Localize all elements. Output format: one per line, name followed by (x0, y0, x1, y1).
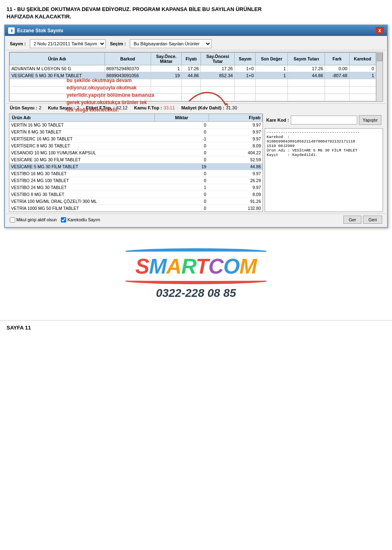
geri-button[interactable]: Geri (363, 216, 382, 224)
checkbox-karekod[interactable]: Karekodlu Sayım (61, 217, 100, 223)
col-say-once: Say.Önce.Miktar (151, 53, 182, 65)
window-titlebar: ⚕ Eczane Stok Sayımı X (5, 25, 387, 36)
list-item: VESTİBO 24 MG 100 TABLET026.29 (9, 177, 263, 184)
list-item: VESTİBO 16 MG 30 TABLET09.97 (9, 170, 263, 177)
col-say-oncesi: Say.ÖncesiTutar (201, 53, 235, 65)
checkbox-mikul-input[interactable] (10, 217, 15, 223)
annotation-box: bu şekilde okutmaya devam ediyoruz.okuyu… (67, 77, 154, 114)
logo-phone: 0322-228 08 85 (122, 287, 270, 300)
window-close-button[interactable]: X (376, 27, 384, 34)
kare-kod-input[interactable] (291, 116, 357, 125)
col-fark: Fark (325, 53, 349, 65)
bottom-section: Ürün Adı Miktar Fiyatı VERTİN 16 MG 30 T… (9, 114, 383, 212)
svg-marker-0 (224, 102, 229, 107)
kare-kod-row: Kare Kod : Yapıştır (265, 114, 383, 127)
list-item: VESTİBO 24 MG 30 TABLET19.97 (9, 184, 263, 191)
urun-sayisi-label: Ürün Sayısı : (10, 105, 37, 110)
sayim-select[interactable]: 2 Nolu 21/12/2011 Tarihli Sayım (30, 39, 106, 48)
list-item: VESANOID 10 MG 100 YUMUSAK KAPSUL0404.22 (9, 149, 263, 156)
kare-kod-label: Kare Kod : (266, 118, 289, 122)
col-son-deger: Son Değer (256, 53, 288, 65)
list-item: VERTİN 8 MG 30 TABLET09.97 (9, 129, 263, 136)
logo-graphic: SMARTCOM 0322-228 08 85 (122, 248, 270, 300)
list-item: VETRİA 100 MG/ML ORAL ÇÖZELTI 300 ML091.… (9, 198, 263, 205)
left-list-container: Ürün Adı Miktar Fiyatı VERTİN 16 MG 30 T… (9, 114, 263, 212)
col-fiyati: Fiyatı (182, 53, 201, 65)
secim-select[interactable]: Bu Bilgisayardan Sayılan Ürünler (130, 39, 212, 48)
window-toolbar: Sayım : 2 Nolu 21/12/2011 Tarihli Sayım … (7, 38, 385, 50)
kamu-value: 33.11 (164, 105, 175, 110)
bottom-buttons: Ger Geri (343, 216, 382, 224)
bottom-bar: Mikul girişi aktif olsun Karekodlu Sayım… (7, 214, 385, 225)
page-header: 11 - BU ŞEKİLDE OKUTMAYA DEVAM EDİYORUZ.… (0, 0, 392, 24)
urun-sayisi-value: 2 (39, 105, 41, 110)
page-footer: SAYFA 11 (0, 320, 392, 335)
list-item: VERTİN 16 MG 30 TABLET09.97 (9, 122, 263, 129)
main-table-container: Ürün Adı Barkod Say.Önce.Miktar Fiyatı S… (9, 52, 383, 102)
main-window: ⚕ Eczane Stok Sayımı X Sayım : 2 Nolu 21… (4, 24, 388, 228)
header-line2: HAFIZADA KALACAKTIR. (7, 13, 385, 20)
checkbox-mikul-label: Mikul girişi aktif olsun (16, 217, 57, 222)
right-panel: Kare Kod : Yapıştır --------------------… (265, 114, 383, 212)
window-title: Eczane Stok Sayımı (17, 28, 63, 33)
checkbox-karekod-input[interactable] (61, 217, 66, 223)
footer-text: SAYFA 11 (7, 325, 31, 331)
logo-section: SMARTCOM 0322-228 08 85 (0, 240, 392, 312)
sayim-label: Sayım : (10, 41, 26, 46)
table-row: ADVANTAN M LOSYON 50 G8697529480370117.2… (10, 65, 383, 72)
info-box: ----------------------------------------… (265, 128, 383, 212)
list-item: VESİCARE 10 MG 30 FİLM TABLET052.59 (9, 156, 263, 163)
col-sayim-tutari: Sayım Tutarı (288, 53, 325, 65)
list-col-adi: Ürün Adı (9, 114, 155, 121)
list-item: VERTİSERC 16 MG 30 TABLET-19.97 (9, 136, 263, 143)
main-table-scrollbar[interactable] (376, 52, 383, 101)
secim-label: Seçim : (110, 41, 126, 46)
list-item: VESTİBO 8 MG 30 TABLET08.09 (9, 191, 263, 198)
header-line1: 11 - BU ŞEKİLDE OKUTMAYA DEVAM EDİYORUZ.… (7, 6, 385, 13)
checkbox-mikul[interactable]: Mikul girişi aktif olsun (10, 217, 57, 223)
col-karekod: Karekod (349, 53, 376, 65)
col-barkod: Barkod (105, 53, 151, 65)
table-row: VESİCARE 5 MG 30 FILM TABLET869904309105… (10, 72, 383, 79)
annotation-text: bu şekilde okutmaya devam ediyoruz.okuyu… (67, 77, 154, 114)
col-sayim: Sayım (235, 53, 256, 65)
left-list-scroll-area[interactable]: VERTİN 16 MG 30 TABLET09.97VERTİN 8 MG 3… (9, 122, 263, 212)
window-app-icon: ⚕ (8, 27, 15, 34)
ger-button[interactable]: Ger (343, 216, 361, 224)
scrollbar-thumb (377, 53, 383, 61)
list-item: VETRİA 1000 MG 50 FİLM TABLET0132.80 (9, 205, 263, 212)
list-item: VESİCARE 5 MG 30 FİLM TABLET1944.86 (9, 163, 263, 170)
annotation-arrow (185, 85, 234, 118)
col-urun-adi: Ürün Adı (10, 53, 105, 65)
checkbox-karekod-label: Karekodlu Sayım (67, 217, 100, 222)
logo-text: SMARTCOM (122, 254, 270, 278)
list-item: VERTİSERC 8 MG 30 TABLET08.09 (9, 143, 263, 149)
yapistir-button[interactable]: Yapıştır (359, 115, 381, 125)
